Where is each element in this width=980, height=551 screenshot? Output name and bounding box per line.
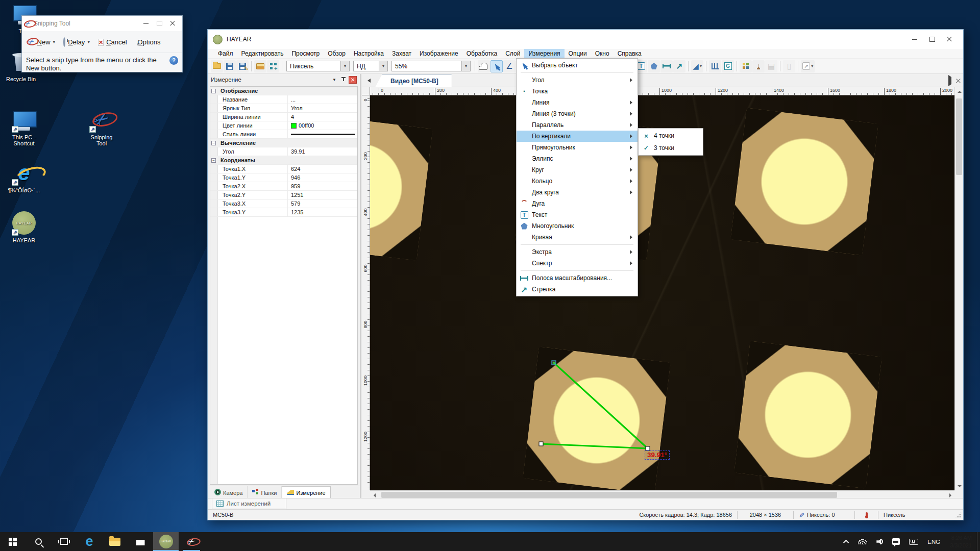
select-tool[interactable]: [491, 60, 503, 72]
snip-cancel-button[interactable]: ✕Cancel: [95, 36, 130, 48]
property-value[interactable]: 1235: [287, 208, 357, 216]
property-row[interactable]: Ярлык ТипУгол: [210, 104, 357, 113]
video-tab[interactable]: Видео [MC50-B]: [375, 74, 452, 87]
property-row[interactable]: Ширина линии4: [210, 113, 357, 121]
property-row[interactable]: Угол39.91: [210, 147, 357, 156]
menu-item-Параллель[interactable]: Параллель: [517, 119, 638, 131]
property-value[interactable]: [287, 130, 357, 138]
property-row[interactable]: Точка1.X624: [210, 165, 357, 173]
collapse-icon[interactable]: −: [211, 158, 216, 163]
menubar-item[interactable]: Окно: [591, 49, 614, 58]
panel-dropdown-icon[interactable]: ▼: [330, 76, 338, 84]
panel-close-icon[interactable]: [349, 76, 357, 84]
menubar-item[interactable]: Измерения: [524, 49, 564, 58]
property-row[interactable]: Точка2.X959: [210, 182, 357, 191]
property-row[interactable]: Точка1.Y946: [210, 173, 357, 182]
menubar-item[interactable]: Настройка: [350, 49, 388, 58]
resize-grip[interactable]: [955, 512, 962, 518]
menu-item-Спектр[interactable]: Спектр: [517, 258, 638, 269]
calibrate[interactable]: ◢▾: [691, 60, 703, 72]
desktop-icon-ie-shortcut[interactable]: e↗¶¾°ÔÍøÖ·´...: [3, 160, 45, 193]
menubar-item[interactable]: Слой: [501, 49, 524, 58]
panel-tab-Камера[interactable]: Камера: [210, 486, 248, 499]
desktop-icon-this-pc-shortcut[interactable]: ↗This PC -Shortcut: [3, 107, 45, 146]
menu-item-Экстра[interactable]: Экстра: [517, 246, 638, 258]
menu-item-Кольцо[interactable]: Кольцо: [517, 176, 638, 187]
property-row[interactable]: Точка3.Y1235: [210, 208, 357, 217]
menubar-item[interactable]: Файл: [214, 49, 237, 58]
menu-item-Полоса масштабирования...[interactable]: Полоса масштабирования...: [517, 272, 638, 284]
save[interactable]: [224, 60, 236, 72]
menubar-item[interactable]: Опции: [565, 49, 591, 58]
h-scroll-thumb[interactable]: [381, 492, 837, 498]
menubar-item[interactable]: Изображение: [415, 49, 462, 58]
property-value[interactable]: 00ff00: [287, 121, 357, 130]
scroll-down-icon[interactable]: [955, 482, 964, 490]
help-icon[interactable]: ?: [169, 56, 178, 65]
menu-item-Линия (3 точки)[interactable]: Линия (3 точки): [517, 108, 638, 119]
property-value[interactable]: 624: [287, 165, 357, 173]
property-row[interactable]: Название...: [210, 95, 357, 104]
snip-new-button[interactable]: ✂New▾: [25, 35, 58, 48]
nd-combo[interactable]: НД▾: [353, 61, 388, 71]
collapse-icon[interactable]: −: [211, 89, 216, 93]
panel-tab-Папки[interactable]: Папки: [248, 486, 282, 499]
vertical-scrollbar[interactable]: [954, 87, 963, 490]
property-value[interactable]: Угол: [287, 104, 357, 112]
menu-item-Два круга[interactable]: Два круга: [517, 187, 638, 198]
export-grid[interactable]: [740, 60, 752, 72]
snip-options-button[interactable]: Options: [132, 36, 164, 48]
menu-item-Точка[interactable]: ▪Точка: [517, 86, 638, 97]
export[interactable]: ↗▾: [801, 60, 815, 72]
snapshot-image[interactable]: [254, 60, 266, 72]
snip-delay-button[interactable]: Delay▾: [60, 36, 93, 48]
submenu-item-4 точки[interactable]: ×4 точки: [639, 130, 703, 142]
file-explorer-button[interactable]: [102, 532, 128, 551]
property-value[interactable]: 39.91: [287, 147, 357, 156]
zoom-combo[interactable]: 55%▾: [391, 61, 471, 71]
import-down[interactable]: ↓: [752, 60, 765, 72]
menubar-item[interactable]: Редактировать: [237, 49, 288, 58]
panel-pin-icon[interactable]: [339, 76, 348, 84]
notification-icon[interactable]: [888, 532, 904, 551]
menu-item-Текст[interactable]: TТекст: [517, 209, 638, 220]
search-button[interactable]: [26, 532, 51, 551]
menu-item-Линия[interactable]: Линия: [517, 97, 638, 108]
menu-item-Эллипс[interactable]: Эллипс: [517, 153, 638, 164]
property-value[interactable]: 946: [287, 173, 357, 182]
task-view-button[interactable]: [51, 532, 77, 551]
property-value[interactable]: 1251: [287, 191, 357, 199]
maximize-button[interactable]: [153, 18, 166, 29]
grid-overlay[interactable]: G: [722, 60, 734, 72]
property-value[interactable]: 4: [287, 113, 357, 121]
property-row[interactable]: Точка2.Y1251: [210, 191, 357, 199]
grid-capture[interactable]: [267, 60, 279, 72]
pan-tool[interactable]: [478, 60, 490, 72]
menu-item-Прямоугольник[interactable]: Прямоугольник: [517, 142, 638, 153]
v-scroll-thumb[interactable]: [956, 98, 962, 175]
scroll-up-icon[interactable]: [955, 87, 964, 96]
language-indicator[interactable]: ENG: [923, 532, 945, 551]
polygon-tool[interactable]: [648, 60, 660, 72]
edge-button[interactable]: e: [77, 532, 102, 551]
menubar-item[interactable]: Просмотр: [287, 49, 324, 58]
close-button[interactable]: [166, 18, 179, 29]
start-button[interactable]: [0, 532, 26, 551]
close-button[interactable]: [941, 33, 958, 46]
snipping-task-button[interactable]: ✂: [179, 532, 204, 551]
collapse-icon[interactable]: −: [211, 141, 216, 145]
open-file[interactable]: [211, 60, 223, 72]
measure-sheet-tab[interactable]: Лист измерений: [212, 498, 286, 509]
panel-tab-Измерение[interactable]: Измерение: [282, 486, 330, 499]
menubar-item[interactable]: Обработка: [462, 49, 502, 58]
property-row[interactable]: Стиль линии: [210, 130, 357, 139]
menu-item-Круг[interactable]: Круг: [517, 164, 638, 176]
scalebar-tool[interactable]: [660, 60, 673, 72]
clock[interactable]: 8:26 AM 3/3/2021: [945, 534, 977, 549]
menubar-item[interactable]: Захват: [388, 49, 415, 58]
tray-chevron-icon[interactable]: [840, 532, 853, 551]
menu-item-Стрелка[interactable]: ↗Стрелка: [517, 284, 638, 295]
menu-item-Многоугольник[interactable]: Многоугольник: [517, 220, 638, 232]
desktop-icon-snipping-tool[interactable]: ✂↗SnippingTool: [81, 107, 122, 146]
volume-icon[interactable]: [872, 532, 888, 551]
